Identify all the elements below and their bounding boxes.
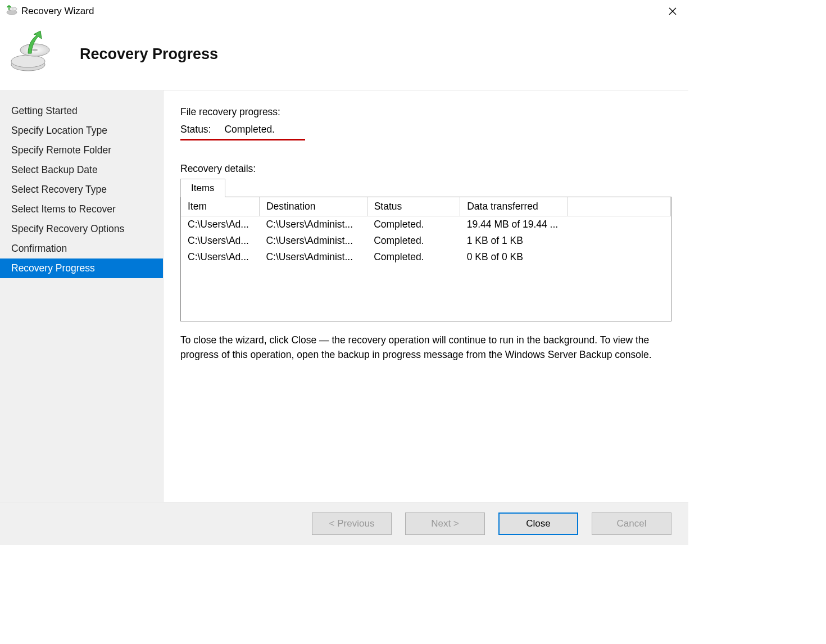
col-header-empty	[568, 197, 670, 216]
cell-empty	[568, 216, 670, 233]
titlebar: Recovery Wizard	[0, 0, 688, 22]
cell-empty	[568, 233, 670, 249]
recovery-progress-icon	[7, 28, 57, 81]
sidebar-item-6[interactable]: Specify Recovery Options	[0, 219, 163, 239]
cell-status: Completed.	[367, 233, 460, 249]
page-title: Recovery Progress	[80, 46, 218, 63]
button-row: < Previous Next > Close Cancel	[0, 502, 688, 545]
cell-data: 0 KB of 0 KB	[460, 249, 568, 265]
sidebar-item-0[interactable]: Getting Started	[0, 101, 163, 121]
close-icon[interactable]	[661, 2, 684, 20]
cell-status: Completed.	[367, 249, 460, 265]
previous-button: < Previous	[312, 513, 392, 535]
cell-status: Completed.	[367, 216, 460, 233]
cell-item: C:\Users\Ad...	[181, 216, 259, 233]
status-label: Status:	[180, 124, 211, 135]
recovery-details-label: Recovery details:	[180, 163, 671, 175]
cell-item: C:\Users\Ad...	[181, 249, 259, 265]
header: Recovery Progress	[0, 22, 688, 90]
cell-empty	[568, 249, 670, 265]
main-panel: File recovery progress: Status: Complete…	[163, 90, 688, 502]
progress-label: File recovery progress:	[180, 106, 671, 118]
cell-item: C:\Users\Ad...	[181, 233, 259, 249]
next-button: Next >	[405, 513, 485, 535]
sidebar-item-7[interactable]: Confirmation	[0, 239, 163, 258]
status-value: Completed.	[224, 124, 275, 135]
sidebar-item-5[interactable]: Select Items to Recover	[0, 199, 163, 219]
sidebar: Getting StartedSpecify Location TypeSpec…	[0, 90, 163, 502]
cell-data: 1 KB of 1 KB	[460, 233, 568, 249]
cell-data: 19.44 MB of 19.44 ...	[460, 216, 568, 233]
sidebar-item-4[interactable]: Select Recovery Type	[0, 180, 163, 199]
table-row[interactable]: C:\Users\Ad...C:\Users\Administ...Comple…	[181, 233, 671, 249]
window-title: Recovery Wizard	[21, 6, 94, 17]
tab-items[interactable]: Items	[180, 179, 225, 197]
table-header-row: Item Destination Status Data transferred	[181, 197, 671, 216]
recovery-wizard-window: Recovery Wizard	[0, 0, 688, 545]
cell-destination: C:\Users\Administ...	[259, 216, 367, 233]
cell-destination: C:\Users\Administ...	[259, 249, 367, 265]
recovery-details-table: Item Destination Status Data transferred…	[180, 197, 671, 321]
cell-destination: C:\Users\Administ...	[259, 233, 367, 249]
close-button[interactable]: Close	[498, 513, 578, 535]
svg-point-2	[12, 8, 14, 9]
svg-point-6	[11, 55, 45, 67]
col-header-data[interactable]: Data transferred	[460, 197, 568, 216]
recovery-wizard-icon	[6, 4, 18, 19]
status-line: Status: Completed.	[180, 124, 305, 140]
col-header-destination[interactable]: Destination	[259, 197, 367, 216]
titlebar-left: Recovery Wizard	[6, 4, 94, 19]
sidebar-item-3[interactable]: Select Backup Date	[0, 160, 163, 180]
svg-point-8	[32, 48, 38, 51]
sidebar-item-1[interactable]: Specify Location Type	[0, 121, 163, 140]
sidebar-item-2[interactable]: Specify Remote Folder	[0, 140, 163, 160]
col-header-item[interactable]: Item	[181, 197, 259, 216]
tab-row: Items	[180, 178, 671, 197]
sidebar-item-8[interactable]: Recovery Progress	[0, 258, 163, 278]
table-row[interactable]: C:\Users\Ad...C:\Users\Administ...Comple…	[181, 249, 671, 265]
col-header-status[interactable]: Status	[367, 197, 460, 216]
body: Getting StartedSpecify Location TypeSpec…	[0, 90, 688, 502]
footer-note: To close the wizard, click Close — the r…	[180, 333, 671, 362]
cancel-button: Cancel	[592, 513, 671, 535]
table-row[interactable]: C:\Users\Ad...C:\Users\Administ...Comple…	[181, 216, 671, 233]
